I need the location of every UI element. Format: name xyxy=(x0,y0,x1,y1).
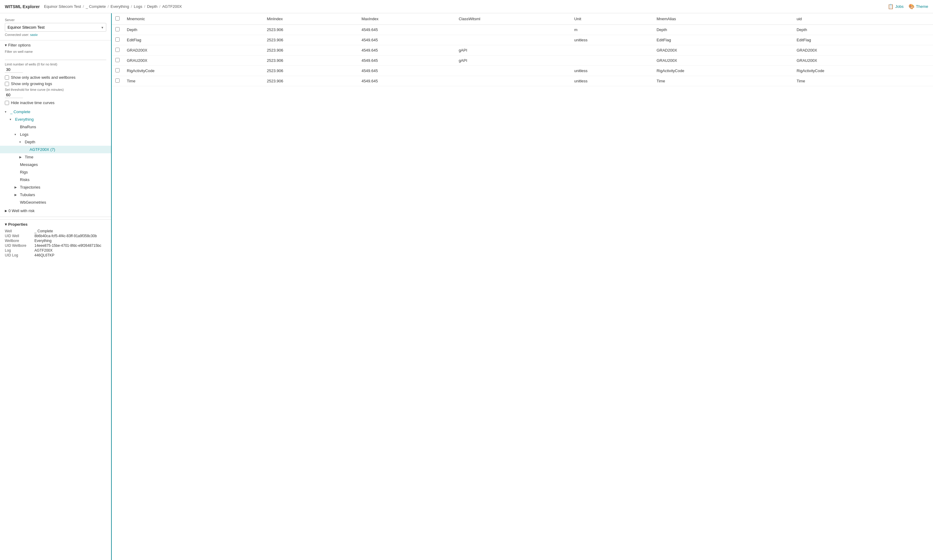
risk-row[interactable]: ▶ 0 Well with risk xyxy=(0,207,111,214)
breadcrumb-item-4[interactable]: Depth xyxy=(147,4,157,9)
classwitsml-cell xyxy=(455,66,571,76)
col-header-classwitsml: ClassWitsml xyxy=(455,13,571,25)
tree-label-tubulars: Tubulars xyxy=(20,192,35,197)
classwitsml-cell xyxy=(455,35,571,45)
row-select-checkbox[interactable] xyxy=(115,48,120,52)
table-row[interactable]: GRAD200X2523.9064549.645gAPIGRAD200XGRAD… xyxy=(112,45,933,55)
sidebar: Server Equinor Sitecom Test ▼ Connected … xyxy=(0,13,112,560)
show-growing-row: Show only growing logs xyxy=(5,82,106,86)
row-select-checkbox[interactable] xyxy=(115,58,120,62)
show-active-checkbox[interactable] xyxy=(5,75,9,80)
row-select-checkbox[interactable] xyxy=(115,78,120,83)
col-header-mnemonic: Mnemonic xyxy=(123,13,263,25)
breadcrumb: Equinor Sitecom Test / _ Complete / Ever… xyxy=(42,4,182,9)
tree-item-trajectories[interactable]: ▶Trajectories xyxy=(0,183,111,191)
row-select-checkbox[interactable] xyxy=(115,37,120,42)
row-select-checkbox[interactable] xyxy=(115,68,120,72)
server-select-wrapper: Equinor Sitecom Test ▼ xyxy=(5,23,106,32)
tree-item-time[interactable]: ▶Time xyxy=(0,153,111,161)
jobs-button[interactable]: 📋 Jobs xyxy=(888,4,904,9)
tree-toggle-everything: ▾ xyxy=(10,118,14,121)
minindex-cell: 2523.906 xyxy=(263,25,358,35)
minindex-cell: 2523.906 xyxy=(263,66,358,76)
breadcrumb-sep-1: / xyxy=(83,4,84,9)
maxindex-cell: 4549.645 xyxy=(358,66,455,76)
prop-row: Well_ Complete xyxy=(5,229,106,233)
breadcrumb-sep-4: / xyxy=(144,4,145,9)
filter-options-label: Filter options xyxy=(8,43,31,48)
nav-left: WITSML Explorer Equinor Sitecom Test / _… xyxy=(5,4,182,9)
prop-row: UID Well8b6b40ca-fcf5-4f4c-83ff-91a9f358… xyxy=(5,234,106,238)
filter-well-input[interactable] xyxy=(5,54,106,60)
uid-cell: GRAU200X xyxy=(793,55,933,66)
col-header-mnemalias: MnemAlias xyxy=(653,13,793,25)
uid-cell: GRAD200X xyxy=(793,45,933,55)
threshold-input[interactable] xyxy=(5,92,23,98)
table-row[interactable]: GRAU200X2523.9064549.645gAPIGRAU200XGRAU… xyxy=(112,55,933,66)
prop-key: Wellbore xyxy=(5,238,32,243)
breadcrumb-item-2[interactable]: Everything xyxy=(111,4,129,9)
breadcrumb-item-1[interactable]: _ Complete xyxy=(86,4,106,9)
chevron-down-icon-filter: ▾ xyxy=(5,43,7,48)
filter-section: ▾ Filter options Filter on well name Lim… xyxy=(0,43,111,105)
row-checkbox-cell xyxy=(112,35,123,45)
tree-item-everything[interactable]: ▾Everything xyxy=(0,115,111,123)
row-checkbox-cell xyxy=(112,76,123,86)
classwitsml-cell xyxy=(455,76,571,86)
theme-button[interactable]: 🎨 Theme xyxy=(908,4,928,9)
prop-key: Well xyxy=(5,229,32,233)
theme-label: Theme xyxy=(916,4,928,9)
tree-item-complete[interactable]: ▾_ Complete xyxy=(0,108,111,115)
tree-toggle-complete: ▾ xyxy=(5,110,9,114)
minindex-cell: 2523.906 xyxy=(263,35,358,45)
connected-user-link[interactable]: sasiv xyxy=(30,33,38,37)
chevron-down-icon-props: ▾ xyxy=(5,222,7,226)
breadcrumb-item-0[interactable]: Equinor Sitecom Test xyxy=(44,4,81,9)
tree-item-agtf200x[interactable]: AGTF200X (7) xyxy=(0,146,111,153)
col-header-checkbox xyxy=(112,13,123,25)
limit-input[interactable] xyxy=(5,67,23,73)
tree-item-depth[interactable]: ▾Depth xyxy=(0,138,111,146)
maxindex-cell: 4549.645 xyxy=(358,76,455,86)
app-title: WITSML Explorer xyxy=(5,4,40,9)
main-content: Mnemonic MinIndex MaxIndex ClassWitsml U… xyxy=(112,13,933,560)
filter-well-row: Filter on well name xyxy=(5,50,106,60)
tree-item-messages[interactable]: Messages xyxy=(0,161,111,168)
tree-item-bharuns[interactable]: BhaRuns xyxy=(0,123,111,131)
row-select-checkbox[interactable] xyxy=(115,27,120,31)
minindex-cell: 2523.906 xyxy=(263,45,358,55)
mnemalias-cell: RigActivityCode xyxy=(653,66,793,76)
tree-item-tubulars[interactable]: ▶Tubulars xyxy=(0,191,111,198)
tree-item-rigs[interactable]: Rigs xyxy=(0,168,111,176)
breadcrumb-item-3[interactable]: Logs xyxy=(134,4,142,9)
tree-item-logs[interactable]: ▾Logs xyxy=(0,131,111,138)
table-row[interactable]: Time2523.9064549.645unitlessTimeTime xyxy=(112,76,933,86)
table-row[interactable]: EditFlag2523.9064549.645unitlessEditFlag… xyxy=(112,35,933,45)
classwitsml-cell: gAPI xyxy=(455,45,571,55)
mnemalias-cell: GRAU200X xyxy=(653,55,793,66)
table-row[interactable]: RigActivityCode2523.9064549.645unitlessR… xyxy=(112,66,933,76)
mnemonic-cell: RigActivityCode xyxy=(123,66,263,76)
limit-row: Limit number of wells (0 for no limit) xyxy=(5,63,106,73)
tree-item-wbgeometries[interactable]: WbGeometries xyxy=(0,198,111,206)
col-header-minindex: MinIndex xyxy=(263,13,358,25)
filter-options-toggle[interactable]: ▾ Filter options xyxy=(5,43,106,48)
prop-value: 8b6b40ca-fcf5-4f4c-83ff-91a9f358c30b xyxy=(34,234,97,238)
breadcrumb-sep-5: / xyxy=(159,4,160,9)
properties-title: ▾ Properties xyxy=(5,222,106,226)
divider-1 xyxy=(0,40,111,40)
hide-inactive-checkbox[interactable] xyxy=(5,101,9,105)
show-growing-checkbox[interactable] xyxy=(5,82,9,86)
top-nav: WITSML Explorer Equinor Sitecom Test / _… xyxy=(0,0,933,13)
risk-label: 0 Well with risk xyxy=(8,209,34,213)
table-row[interactable]: Depth2523.9064549.645mDepthDepth xyxy=(112,25,933,35)
maxindex-cell: 4549.645 xyxy=(358,35,455,45)
breadcrumb-item-5[interactable]: AGTF200X xyxy=(162,4,182,9)
tree: ▾_ Complete▾EverythingBhaRuns▾Logs▾Depth… xyxy=(0,107,111,207)
select-all-checkbox[interactable] xyxy=(115,16,120,20)
tree-item-risks[interactable]: Risks xyxy=(0,176,111,183)
prop-key: UID Log xyxy=(5,253,32,257)
minindex-cell: 2523.906 xyxy=(263,55,358,66)
row-checkbox-cell xyxy=(112,55,123,66)
server-select[interactable]: Equinor Sitecom Test xyxy=(5,23,106,32)
